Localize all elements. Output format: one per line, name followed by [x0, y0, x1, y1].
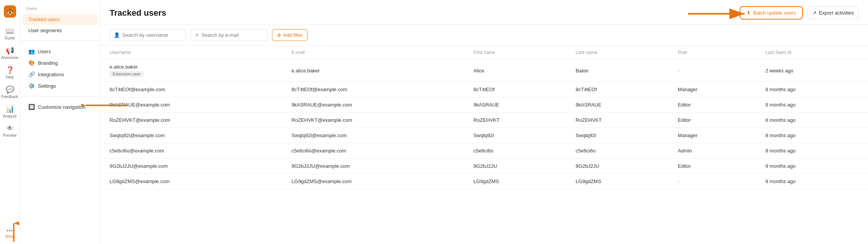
username-search-box[interactable]: 👤	[110, 29, 186, 41]
sidebar-item-tracked-users[interactable]: Tracked users	[22, 14, 98, 25]
username-value: Swqtq92i@example.com	[110, 133, 273, 138]
sidebar-item-settings[interactable]: ⚙️ Settings	[22, 80, 98, 92]
users-table: Username E-mail First name Last name Rol…	[100, 46, 868, 189]
sidebar: Users Tracked users User segments 👥 User…	[20, 0, 100, 244]
add-filter-button[interactable]: ⊕ Add filter	[272, 29, 308, 41]
settings-label: Settings	[38, 83, 56, 89]
sidebar-item-integrations[interactable]: 🔗 Integrations	[22, 69, 98, 80]
cell-username: LG9gdZMS@example.com	[100, 174, 282, 189]
cell-username: RoZEHVKT@example.com	[100, 113, 282, 128]
customize-icon: 🔲	[28, 104, 35, 110]
cell-firstname: Swqtq92i	[464, 128, 567, 143]
cell-role: Admin	[669, 143, 757, 159]
search-username-input[interactable]	[122, 32, 182, 38]
cell-email: Swqtq92i@example.com	[282, 128, 464, 143]
sidebar-divider-2	[20, 96, 100, 97]
batch-update-button[interactable]: ⬆ Batch update users	[740, 6, 803, 20]
cell-lastseen: 9 months ago	[756, 174, 868, 189]
col-lastseen: Last Seen At	[756, 46, 868, 59]
preview-icon: 👁	[7, 124, 13, 133]
announce-icon: 📢	[6, 46, 14, 55]
filter-icon: ⊕	[277, 32, 281, 38]
feedback-icon: 💬	[6, 85, 14, 94]
integrations-icon: 🔗	[28, 71, 35, 77]
sidebar-item-help[interactable]: ❓ Help	[1, 64, 19, 82]
cell-lastseen: 8 months ago	[756, 82, 868, 97]
batch-label: Batch update users	[753, 10, 796, 16]
search-email-input[interactable]	[201, 32, 263, 38]
filter-label: Add filter	[283, 32, 303, 38]
cell-username: 8cT4tEOf@example.com	[100, 82, 282, 97]
cell-lastname: Swqtq92i	[567, 128, 669, 143]
sidebar-item-users[interactable]: 👥 Users	[22, 46, 98, 57]
cell-firstname: 9G2bJ2JU	[464, 159, 567, 174]
cell-email: LG9gdZMS@example.com	[282, 174, 464, 189]
sidebar-item-guide[interactable]: 📖 Guide	[1, 25, 19, 43]
username-value: 9G2bJ2JU@example.com	[110, 163, 273, 169]
username-value: 8cT4tEOf@example.com	[110, 87, 273, 92]
cell-firstname: RoZEHVKT	[464, 113, 567, 128]
table-row: 9G2bJ2JU@example.com9G2bJ2JU@example.com…	[100, 159, 868, 174]
batch-icon: ⬆	[747, 10, 751, 16]
table-row: c5e6ci6o@example.comc5e6ci6o@example.com…	[100, 143, 868, 159]
sidebar-item-announce[interactable]: 📢 Announce	[1, 44, 19, 62]
export-button[interactable]: ↗ Export activities	[807, 7, 859, 19]
cell-firstname: Alice	[464, 59, 567, 82]
cell-lastname: 9G2bJ2JU	[567, 159, 669, 174]
page-wrapper: 🐯 📖 Guide 📢 Announce ❓ Help 💬 Feedback 📊…	[0, 0, 868, 244]
search-email-icon: ✉	[195, 32, 199, 38]
cell-role: Editor	[669, 97, 757, 113]
cell-username: c5e6ci6o@example.com	[100, 143, 282, 159]
cell-lastname: 9kASRAUE	[567, 97, 669, 113]
username-value: LG9gdZMS@example.com	[110, 178, 273, 184]
main-content: Tracked users ⬆ Batch update users ↗ Exp…	[100, 0, 868, 244]
username-value: e.alice.baker	[110, 64, 273, 70]
branding-icon: 🎨	[28, 60, 35, 66]
export-label: Export activities	[819, 10, 854, 16]
analyze-icon: 📊	[6, 105, 14, 113]
sidebar-item-preview[interactable]: 👁 Preview	[1, 122, 19, 140]
table-row: e.alice.bakerExtension usere.alice.baker…	[100, 59, 868, 82]
cell-firstname: LG9gdZMS	[464, 174, 567, 189]
cell-username: 9kASRAUE@example.com	[100, 97, 282, 113]
col-role: Role	[669, 46, 757, 59]
table-row: 9kASRAUE@example.com9kASRAUE@example.com…	[100, 97, 868, 113]
tracked-users-label: Tracked users	[28, 16, 60, 22]
cell-firstname: 8cT4tEOf	[464, 82, 567, 97]
email-search-box[interactable]: ✉	[191, 29, 267, 41]
announce-label: Announce	[1, 56, 18, 60]
cell-lastname: RoZEHVKT	[567, 113, 669, 128]
col-email: E-mail	[282, 46, 464, 59]
sidebar-item-analyze[interactable]: 📊 Analyze	[1, 103, 19, 121]
table-row: 8cT4tEOf@example.com8cT4tEOf@example.com…	[100, 82, 868, 97]
sidebar-item-customize[interactable]: 🔲 Customize navigation	[22, 101, 98, 113]
cell-username: 9G2bJ2JU@example.com	[100, 159, 282, 174]
col-lastname: Last name	[567, 46, 669, 59]
table-row: RoZEHVKT@example.comRoZEHVKT@example.com…	[100, 113, 868, 128]
cell-role: –	[669, 59, 757, 82]
cell-lastseen: 8 months ago	[756, 128, 868, 143]
sidebar-item-more[interactable]: ••• More	[1, 225, 19, 241]
cell-role: Editor	[669, 113, 757, 128]
cell-firstname: c5e6ci6o	[464, 143, 567, 159]
cell-username: e.alice.bakerExtension user	[100, 59, 282, 82]
cell-email: e.alice.baker	[282, 59, 464, 82]
sidebar-item-feedback[interactable]: 💬 Feedback	[1, 83, 19, 101]
username-value: c5e6ci6o@example.com	[110, 148, 273, 154]
filters-row: 👤 ✉ ⊕ Add filter	[100, 25, 868, 46]
table-header-row: Username E-mail First name Last name Rol…	[100, 46, 868, 59]
header-actions: ⬆ Batch update users ↗ Export activities	[740, 6, 859, 20]
cell-role: Editor	[669, 159, 757, 174]
search-username-icon: 👤	[114, 32, 120, 38]
table-row: LG9gdZMS@example.comLG9gdZMS@example.com…	[100, 174, 868, 189]
sidebar-item-branding[interactable]: 🎨 Branding	[22, 57, 98, 69]
user-segments-label: User segments	[28, 28, 62, 33]
cell-email: 9G2bJ2JU@example.com	[282, 159, 464, 174]
more-label: More	[5, 234, 14, 239]
sidebar-item-user-segments[interactable]: User segments	[22, 25, 98, 36]
logo-icon: 🐯	[6, 8, 14, 15]
logo[interactable]: 🐯	[1, 3, 19, 20]
table-row: Swqtq92i@example.comSwqtq92i@example.com…	[100, 128, 868, 143]
col-username: Username	[100, 46, 282, 59]
cell-email: 8cT4tEOf@example.com	[282, 82, 464, 97]
